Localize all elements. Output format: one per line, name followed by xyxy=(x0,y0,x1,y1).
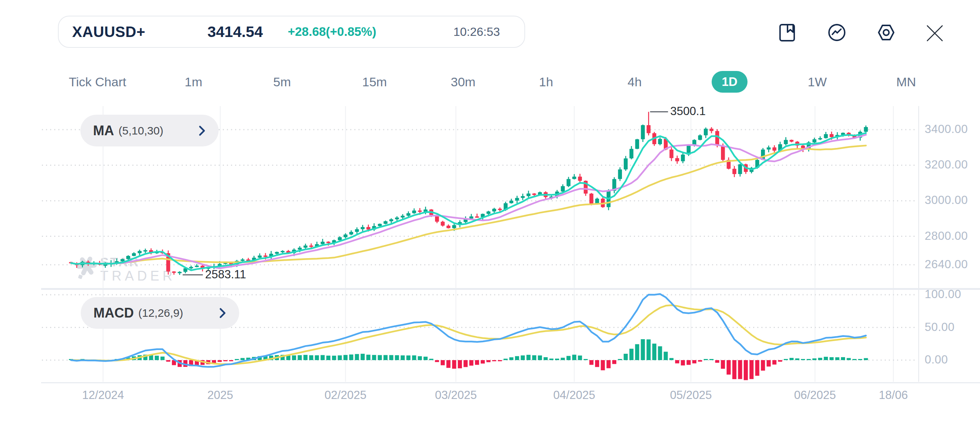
price-axis-tick: 3000.00 xyxy=(925,194,968,207)
macd-indicator-button[interactable]: MACD (12,26,9) xyxy=(81,297,239,329)
chevron-right-icon xyxy=(199,125,206,137)
price-axis-tick: 2800.00 xyxy=(925,229,968,243)
high-annotation: 3500.1 xyxy=(670,105,706,118)
pane-separator-top xyxy=(41,288,980,290)
low-annotation: 2583.11 xyxy=(205,268,246,281)
ma-indicator-button[interactable]: MA (5,10,30) xyxy=(80,115,219,146)
x-axis-label: 18/06 xyxy=(879,389,908,402)
x-axis-label: 04/2025 xyxy=(553,389,595,402)
macd-label: MACD xyxy=(94,305,134,321)
ma-params: (5,10,30) xyxy=(118,124,163,137)
x-axis-label: 2025 xyxy=(207,389,233,402)
x-axis-label: 05/2025 xyxy=(670,389,712,402)
pane-separator-bottom xyxy=(41,382,980,383)
x-axis-label: 12/2024 xyxy=(82,389,124,402)
price-chart[interactable] xyxy=(0,0,980,424)
macd-axis-tick: 0.00 xyxy=(925,353,948,367)
price-axis-tick: 2640.00 xyxy=(925,258,968,271)
price-axis-tick: 3400.00 xyxy=(925,122,968,136)
x-axis-label: 02/2025 xyxy=(325,389,366,402)
macd-histogram-group xyxy=(69,339,868,380)
ma-label: MA xyxy=(93,123,114,138)
macd-params: (12,26,9) xyxy=(138,307,183,319)
x-axis-label: 03/2025 xyxy=(435,389,477,402)
macd-axis-tick: 100.00 xyxy=(925,287,961,301)
x-axis-label: 06/2025 xyxy=(794,389,836,402)
ma-lines-group xyxy=(71,133,866,270)
price-axis-tick: 3200.00 xyxy=(925,158,968,172)
chevron-right-icon xyxy=(219,307,226,319)
macd-axis-tick: 50.00 xyxy=(925,321,955,334)
